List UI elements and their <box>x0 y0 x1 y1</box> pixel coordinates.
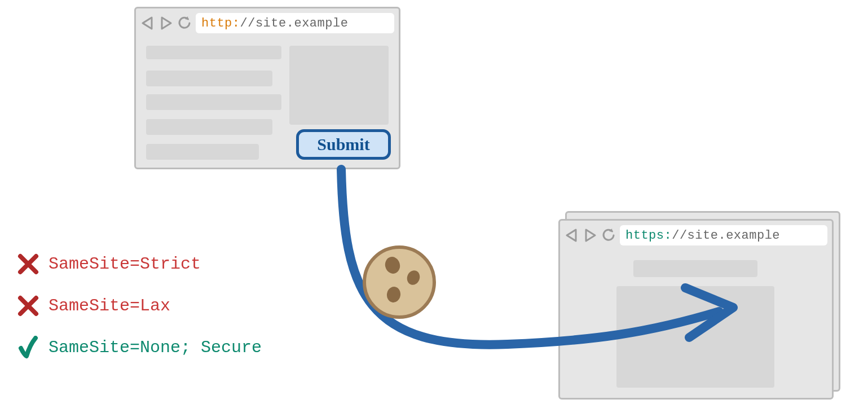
svg-point-0 <box>364 247 434 317</box>
browser-window-http: http://site.example Submit <box>134 7 400 169</box>
refresh-icon[interactable] <box>601 227 616 243</box>
address-bar[interactable]: https://site.example <box>620 225 827 245</box>
check-mark-icon <box>17 336 39 359</box>
placeholder-heading <box>633 260 757 277</box>
url-rest: //site.example <box>240 16 349 30</box>
back-triangle-icon[interactable] <box>140 16 155 30</box>
submit-button-label: Submit <box>317 135 369 154</box>
forward-triangle-icon[interactable] <box>583 228 597 243</box>
url-rest: //site.example <box>672 229 780 243</box>
placeholder-line <box>146 119 272 135</box>
placeholder-line <box>146 144 259 160</box>
address-bar[interactable]: http://site.example <box>196 13 394 33</box>
page-content <box>560 250 832 398</box>
legend-row-none-secure: SameSite=None; Secure <box>17 336 262 359</box>
placeholder-line <box>146 94 281 110</box>
submit-button[interactable]: Submit <box>296 129 391 160</box>
browser-toolbar: http://site.example <box>136 8 399 38</box>
url-scheme: https: <box>625 229 672 243</box>
legend-label: SameSite=None; Secure <box>49 338 262 357</box>
legend-row-strict: SameSite=Strict <box>17 253 262 275</box>
refresh-icon[interactable] <box>177 15 192 31</box>
x-mark-icon <box>17 295 39 317</box>
legend-label: SameSite=Strict <box>49 255 201 274</box>
cookie-icon <box>360 243 439 322</box>
forward-triangle-icon[interactable] <box>158 16 173 30</box>
samesite-legend: SameSite=Strict SameSite=Lax SameSite=No… <box>17 253 262 359</box>
legend-row-lax: SameSite=Lax <box>17 295 262 317</box>
page-content: Submit <box>136 38 399 168</box>
url-scheme: http: <box>201 16 240 30</box>
placeholder-image <box>289 46 389 125</box>
placeholder-line <box>146 46 281 59</box>
browser-toolbar: https://site.example <box>560 221 832 250</box>
placeholder-block <box>616 286 774 388</box>
browser-window-https: https://site.example <box>558 219 834 400</box>
placeholder-line <box>146 71 272 86</box>
x-mark-icon <box>17 253 39 275</box>
back-triangle-icon[interactable] <box>565 228 579 243</box>
legend-label: SameSite=Lax <box>49 296 170 315</box>
